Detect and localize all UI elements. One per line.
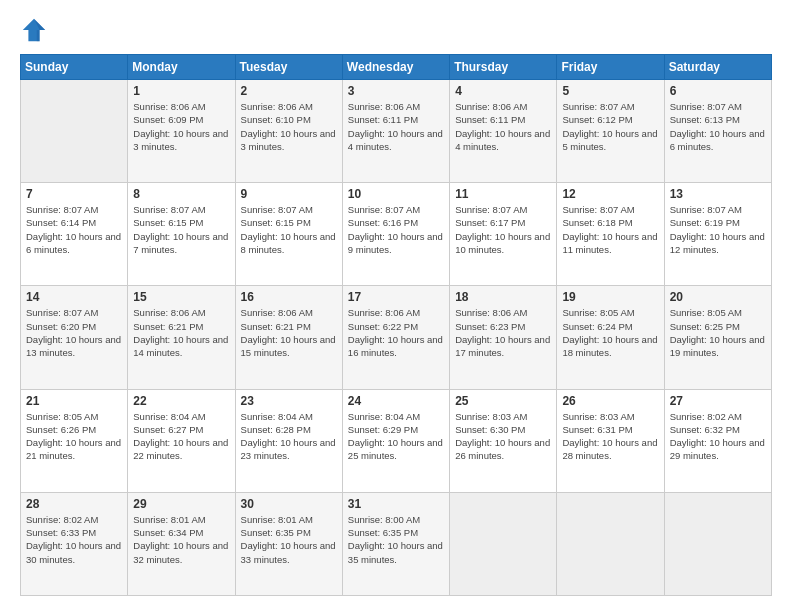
day-info: Sunrise: 8:01 AM Sunset: 6:35 PM Dayligh… [241, 513, 337, 566]
day-info: Sunrise: 8:01 AM Sunset: 6:34 PM Dayligh… [133, 513, 229, 566]
day-cell: 15Sunrise: 8:06 AM Sunset: 6:21 PM Dayli… [128, 286, 235, 389]
day-cell: 11Sunrise: 8:07 AM Sunset: 6:17 PM Dayli… [450, 183, 557, 286]
day-cell: 2Sunrise: 8:06 AM Sunset: 6:10 PM Daylig… [235, 80, 342, 183]
day-cell: 10Sunrise: 8:07 AM Sunset: 6:16 PM Dayli… [342, 183, 449, 286]
weekday-header-friday: Friday [557, 55, 664, 80]
day-info: Sunrise: 8:04 AM Sunset: 6:27 PM Dayligh… [133, 410, 229, 463]
day-number: 22 [133, 394, 229, 408]
day-info: Sunrise: 8:06 AM Sunset: 6:21 PM Dayligh… [241, 306, 337, 359]
logo [20, 16, 52, 44]
header [20, 16, 772, 44]
day-cell: 19Sunrise: 8:05 AM Sunset: 6:24 PM Dayli… [557, 286, 664, 389]
day-info: Sunrise: 8:06 AM Sunset: 6:21 PM Dayligh… [133, 306, 229, 359]
day-info: Sunrise: 8:06 AM Sunset: 6:11 PM Dayligh… [455, 100, 551, 153]
day-info: Sunrise: 8:07 AM Sunset: 6:16 PM Dayligh… [348, 203, 444, 256]
day-info: Sunrise: 8:04 AM Sunset: 6:29 PM Dayligh… [348, 410, 444, 463]
day-number: 27 [670, 394, 766, 408]
day-cell: 12Sunrise: 8:07 AM Sunset: 6:18 PM Dayli… [557, 183, 664, 286]
day-number: 9 [241, 187, 337, 201]
week-row-3: 21Sunrise: 8:05 AM Sunset: 6:26 PM Dayli… [21, 389, 772, 492]
day-info: Sunrise: 8:07 AM Sunset: 6:20 PM Dayligh… [26, 306, 122, 359]
weekday-header-row: SundayMondayTuesdayWednesdayThursdayFrid… [21, 55, 772, 80]
weekday-header-sunday: Sunday [21, 55, 128, 80]
day-cell: 7Sunrise: 8:07 AM Sunset: 6:14 PM Daylig… [21, 183, 128, 286]
day-cell: 28Sunrise: 8:02 AM Sunset: 6:33 PM Dayli… [21, 492, 128, 595]
day-cell: 30Sunrise: 8:01 AM Sunset: 6:35 PM Dayli… [235, 492, 342, 595]
day-number: 14 [26, 290, 122, 304]
day-number: 17 [348, 290, 444, 304]
day-cell: 23Sunrise: 8:04 AM Sunset: 6:28 PM Dayli… [235, 389, 342, 492]
weekday-header-thursday: Thursday [450, 55, 557, 80]
day-info: Sunrise: 8:02 AM Sunset: 6:32 PM Dayligh… [670, 410, 766, 463]
day-cell: 18Sunrise: 8:06 AM Sunset: 6:23 PM Dayli… [450, 286, 557, 389]
day-info: Sunrise: 8:05 AM Sunset: 6:26 PM Dayligh… [26, 410, 122, 463]
day-info: Sunrise: 8:06 AM Sunset: 6:23 PM Dayligh… [455, 306, 551, 359]
day-number: 31 [348, 497, 444, 511]
day-cell: 3Sunrise: 8:06 AM Sunset: 6:11 PM Daylig… [342, 80, 449, 183]
day-info: Sunrise: 8:02 AM Sunset: 6:33 PM Dayligh… [26, 513, 122, 566]
week-row-1: 7Sunrise: 8:07 AM Sunset: 6:14 PM Daylig… [21, 183, 772, 286]
day-info: Sunrise: 8:07 AM Sunset: 6:15 PM Dayligh… [241, 203, 337, 256]
day-info: Sunrise: 8:06 AM Sunset: 6:11 PM Dayligh… [348, 100, 444, 153]
day-info: Sunrise: 8:00 AM Sunset: 6:35 PM Dayligh… [348, 513, 444, 566]
day-cell: 16Sunrise: 8:06 AM Sunset: 6:21 PM Dayli… [235, 286, 342, 389]
day-number: 13 [670, 187, 766, 201]
day-info: Sunrise: 8:06 AM Sunset: 6:22 PM Dayligh… [348, 306, 444, 359]
day-info: Sunrise: 8:07 AM Sunset: 6:12 PM Dayligh… [562, 100, 658, 153]
day-info: Sunrise: 8:05 AM Sunset: 6:24 PM Dayligh… [562, 306, 658, 359]
calendar-table: SundayMondayTuesdayWednesdayThursdayFrid… [20, 54, 772, 596]
day-number: 20 [670, 290, 766, 304]
day-number: 8 [133, 187, 229, 201]
day-cell: 6Sunrise: 8:07 AM Sunset: 6:13 PM Daylig… [664, 80, 771, 183]
day-cell: 21Sunrise: 8:05 AM Sunset: 6:26 PM Dayli… [21, 389, 128, 492]
day-cell [450, 492, 557, 595]
day-cell: 13Sunrise: 8:07 AM Sunset: 6:19 PM Dayli… [664, 183, 771, 286]
day-cell: 1Sunrise: 8:06 AM Sunset: 6:09 PM Daylig… [128, 80, 235, 183]
day-number: 29 [133, 497, 229, 511]
weekday-header-monday: Monday [128, 55, 235, 80]
day-number: 15 [133, 290, 229, 304]
day-cell: 25Sunrise: 8:03 AM Sunset: 6:30 PM Dayli… [450, 389, 557, 492]
day-cell [664, 492, 771, 595]
day-number: 10 [348, 187, 444, 201]
day-cell: 27Sunrise: 8:02 AM Sunset: 6:32 PM Dayli… [664, 389, 771, 492]
week-row-2: 14Sunrise: 8:07 AM Sunset: 6:20 PM Dayli… [21, 286, 772, 389]
weekday-header-saturday: Saturday [664, 55, 771, 80]
day-info: Sunrise: 8:04 AM Sunset: 6:28 PM Dayligh… [241, 410, 337, 463]
day-info: Sunrise: 8:03 AM Sunset: 6:30 PM Dayligh… [455, 410, 551, 463]
day-cell: 24Sunrise: 8:04 AM Sunset: 6:29 PM Dayli… [342, 389, 449, 492]
logo-icon [20, 16, 48, 44]
page: SundayMondayTuesdayWednesdayThursdayFrid… [0, 0, 792, 612]
day-number: 18 [455, 290, 551, 304]
day-cell [21, 80, 128, 183]
day-info: Sunrise: 8:07 AM Sunset: 6:15 PM Dayligh… [133, 203, 229, 256]
day-cell: 31Sunrise: 8:00 AM Sunset: 6:35 PM Dayli… [342, 492, 449, 595]
day-number: 30 [241, 497, 337, 511]
day-number: 23 [241, 394, 337, 408]
day-number: 2 [241, 84, 337, 98]
day-info: Sunrise: 8:03 AM Sunset: 6:31 PM Dayligh… [562, 410, 658, 463]
day-number: 21 [26, 394, 122, 408]
day-info: Sunrise: 8:07 AM Sunset: 6:19 PM Dayligh… [670, 203, 766, 256]
day-cell: 8Sunrise: 8:07 AM Sunset: 6:15 PM Daylig… [128, 183, 235, 286]
day-info: Sunrise: 8:05 AM Sunset: 6:25 PM Dayligh… [670, 306, 766, 359]
day-cell: 5Sunrise: 8:07 AM Sunset: 6:12 PM Daylig… [557, 80, 664, 183]
day-cell: 14Sunrise: 8:07 AM Sunset: 6:20 PM Dayli… [21, 286, 128, 389]
day-number: 7 [26, 187, 122, 201]
day-number: 3 [348, 84, 444, 98]
day-number: 19 [562, 290, 658, 304]
day-info: Sunrise: 8:07 AM Sunset: 6:18 PM Dayligh… [562, 203, 658, 256]
day-cell: 20Sunrise: 8:05 AM Sunset: 6:25 PM Dayli… [664, 286, 771, 389]
week-row-0: 1Sunrise: 8:06 AM Sunset: 6:09 PM Daylig… [21, 80, 772, 183]
day-number: 6 [670, 84, 766, 98]
day-cell: 4Sunrise: 8:06 AM Sunset: 6:11 PM Daylig… [450, 80, 557, 183]
week-row-4: 28Sunrise: 8:02 AM Sunset: 6:33 PM Dayli… [21, 492, 772, 595]
day-cell: 29Sunrise: 8:01 AM Sunset: 6:34 PM Dayli… [128, 492, 235, 595]
day-number: 4 [455, 84, 551, 98]
day-number: 1 [133, 84, 229, 98]
day-info: Sunrise: 8:07 AM Sunset: 6:13 PM Dayligh… [670, 100, 766, 153]
day-number: 5 [562, 84, 658, 98]
day-cell [557, 492, 664, 595]
day-number: 11 [455, 187, 551, 201]
day-number: 24 [348, 394, 444, 408]
